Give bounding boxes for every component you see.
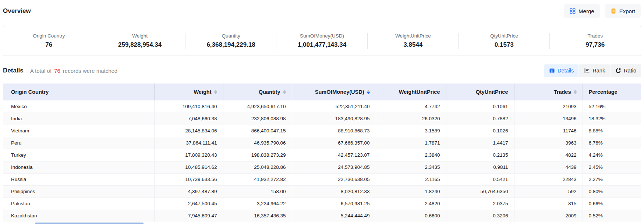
table-row: Vietnam28,145,834.06866,400,047.1588,910… — [3, 125, 641, 137]
export-icon — [611, 8, 616, 14]
summary-stat-origin-country: Origin Country76 — [3, 26, 94, 56]
country-cell: Turkey — [3, 149, 154, 161]
value-cell: 25,048,228.86 — [223, 161, 292, 173]
value-cell: 50,764.6350 — [446, 185, 514, 198]
value-cell: 4822 — [514, 149, 583, 161]
view-tab-label: Rank — [592, 68, 605, 74]
value-cell: 7,048,660.38 — [154, 113, 223, 125]
table-icon — [549, 68, 555, 74]
sort-caret-up-icon — [214, 90, 217, 92]
value-cell: 10,485,914.62 — [154, 161, 223, 173]
table-row: Turkey17,809,320.43198,838,273.2942,457,… — [3, 149, 641, 161]
sort-caret-down-icon — [367, 92, 370, 94]
value-cell: 592 — [514, 185, 583, 198]
value-cell: 0.1061 — [446, 100, 514, 113]
value-cell: 2.3435 — [376, 161, 446, 173]
view-tab-details[interactable]: Details — [544, 64, 578, 77]
page-title: Overview — [3, 7, 31, 15]
stat-value: 97,736 — [585, 41, 605, 49]
value-cell: 109,410,816.40 — [154, 100, 223, 113]
column-header-label: Quantity — [259, 89, 280, 95]
value-cell: 2.3840 — [376, 149, 446, 161]
value-cell: 866,400,047.15 — [223, 125, 292, 137]
value-cell: 13496 — [514, 113, 583, 125]
column-header-label: SumOfMoney(USD) — [315, 89, 364, 95]
column-header-label: Weight — [194, 89, 211, 95]
value-cell: 28,145,834.06 — [154, 125, 223, 137]
horizontal-scrollbar[interactable] — [3, 223, 641, 224]
sort-caret-down-icon — [283, 92, 286, 94]
value-cell: 67,666,357.00 — [292, 137, 376, 149]
merge-button[interactable]: Merge — [564, 4, 600, 18]
export-button[interactable]: Export — [605, 4, 641, 18]
stat-label: WeightUnitPrice — [395, 33, 431, 39]
sort-icon[interactable] — [367, 90, 370, 94]
value-cell: 7,945,609.47 — [154, 210, 223, 222]
column-header-weight[interactable]: Weight — [154, 83, 223, 100]
value-cell: 37,864,111.41 — [154, 137, 223, 149]
value-cell: 4.7742 — [376, 100, 446, 113]
records-count: 76 — [54, 68, 60, 74]
column-header-label: Trades — [554, 89, 571, 95]
column-header-label: QtyUnitPrice — [476, 89, 508, 95]
value-cell: 0.6600 — [376, 210, 446, 222]
value-cell: 0.3206 — [446, 210, 514, 222]
column-header-inner: Origin Country — [3, 89, 154, 95]
value-cell: 16,357,436.35 — [223, 210, 292, 222]
sort-icon[interactable] — [574, 90, 577, 94]
value-cell: 8,020,812.33 — [292, 185, 376, 198]
value-cell: 522,351,211.40 — [292, 100, 376, 113]
scrollbar-thumb[interactable] — [35, 223, 144, 224]
column-header-inner: QtyUnitPrice — [446, 89, 514, 95]
sort-caret-up-icon — [283, 90, 286, 92]
value-cell: 22,730,638.05 — [292, 173, 376, 185]
stat-label: Weight — [132, 33, 148, 39]
column-header-trades[interactable]: Trades — [514, 83, 583, 100]
stat-value: 259,828,954.34 — [118, 41, 162, 49]
value-cell: 3,224,964.22 — [223, 198, 292, 210]
value-cell: 18.32% — [583, 113, 641, 125]
value-cell: 88,910,868.73 — [292, 125, 376, 137]
country-cell: Russia — [3, 173, 154, 185]
view-tab-rank[interactable]: Rank — [579, 64, 610, 77]
value-cell: 5,244,444.49 — [292, 210, 376, 222]
view-switch: DetailsRankRatio — [544, 64, 641, 77]
value-cell: 52.16% — [583, 100, 641, 113]
table-body: Mexico109,410,816.404,923,650,617.10522,… — [3, 100, 641, 222]
value-cell: 11746 — [514, 125, 583, 137]
country-cell: Vietnam — [3, 125, 154, 137]
table-row: Kazakhstan7,945,609.4716,357,436.355,244… — [3, 210, 641, 222]
summary-stat-sumofmoney-usd: SumOfMoney(USD)1,001,477,143.34 — [276, 26, 367, 56]
value-cell: 3963 — [514, 137, 583, 149]
table-row: India7,048,660.38232,806,088.98183,490,8… — [3, 113, 641, 125]
country-cell: Mexico — [3, 100, 154, 113]
value-cell: 0.1026 — [446, 125, 514, 137]
column-header-inner: Trades — [514, 89, 583, 95]
table-row: Peru37,864,111.4146,935,790.0667,666,357… — [3, 137, 641, 149]
table-row: Philippines4,397,487.89158.008,020,812.3… — [3, 185, 641, 198]
value-cell: 24,573,904.85 — [292, 161, 376, 173]
value-cell: 0.7882 — [446, 113, 514, 125]
column-header-sumofmoney-usd[interactable]: SumOfMoney(USD) — [292, 83, 376, 100]
view-tab-ratio[interactable]: Ratio — [611, 64, 641, 77]
column-header-origin-country: Origin Country — [3, 83, 154, 100]
value-cell: 2009 — [514, 210, 583, 222]
value-cell: 0.66% — [583, 198, 641, 210]
value-cell: 2.0375 — [446, 198, 514, 210]
stat-label: Trades — [587, 33, 603, 39]
column-header-percentage: Percentage — [583, 83, 641, 100]
column-header-label: WeightUnitPrice — [399, 89, 440, 95]
column-header-quantity[interactable]: Quantity — [223, 83, 292, 100]
sort-icon[interactable] — [283, 90, 286, 94]
summary-stat-qtyunitprice: QtyUnitPrice0.1573 — [459, 26, 549, 56]
value-cell: 198,838,273.29 — [223, 149, 292, 161]
records-suffix: records were matched — [63, 68, 117, 74]
sort-icon[interactable] — [214, 90, 217, 94]
value-cell: 41,932,272.82 — [223, 173, 292, 185]
country-cell: Indonesia — [3, 161, 154, 173]
value-cell: 26.0320 — [376, 113, 446, 125]
country-cell: Pakistan — [3, 198, 154, 210]
value-cell: 0.9811 — [446, 161, 514, 173]
value-cell: 815 — [514, 198, 583, 210]
table-row: Indonesia10,485,914.6225,048,228.8624,57… — [3, 161, 641, 173]
